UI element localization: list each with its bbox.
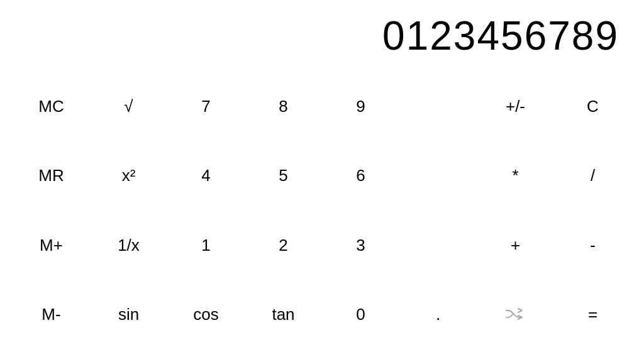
four-button[interactable]: 4	[167, 154, 245, 198]
divide-button[interactable]: /	[554, 154, 631, 198]
button-row-2: MR x² 4 5 6 * /	[13, 141, 631, 211]
tan-button[interactable]: tan	[245, 293, 322, 337]
button-row-1: MC √ 7 8 9 +/- C	[13, 72, 631, 141]
zero-button[interactable]: 0	[322, 293, 399, 337]
cos-button[interactable]: cos	[167, 293, 245, 337]
two-button[interactable]: 2	[245, 223, 322, 267]
button-row-3: M+ 1/x 1 2 3 + -	[13, 211, 631, 280]
mr-button[interactable]: MR	[13, 154, 90, 198]
seven-button[interactable]: 7	[167, 84, 245, 128]
display-value: 0123456789	[382, 13, 619, 59]
plus-minus-button[interactable]: +/-	[477, 84, 554, 128]
three-button[interactable]: 3	[322, 223, 399, 267]
one-button[interactable]: 1	[167, 223, 245, 267]
sqrt-button[interactable]: √	[90, 84, 167, 128]
display-area: 0123456789	[0, 0, 644, 65]
clear-button[interactable]: C	[554, 84, 631, 128]
button-row-4: M- sin cos tan 0 .	[13, 280, 631, 350]
subtract-button[interactable]: -	[554, 223, 631, 267]
add-button[interactable]: +	[477, 223, 554, 267]
mplus-button[interactable]: M+	[13, 223, 90, 267]
sin-button[interactable]: sin	[90, 293, 167, 337]
buttons-area: MC √ 7 8 9 +/- C MR x² 4 5 6 * / M+ 1/x …	[0, 65, 644, 362]
mminus-button[interactable]: M-	[13, 293, 90, 337]
calculator: 0123456789 MC √ 7 8 9 +/- C MR x² 4 5 6 …	[0, 0, 644, 362]
decimal-button[interactable]: .	[399, 293, 477, 337]
six-button[interactable]: 6	[322, 154, 399, 198]
shuffle-button[interactable]	[477, 293, 554, 337]
five-button[interactable]: 5	[245, 154, 322, 198]
shuffle-icon	[506, 308, 526, 322]
multiply-button[interactable]: *	[477, 154, 554, 198]
mc-button[interactable]: MC	[13, 84, 90, 128]
equals-button[interactable]: =	[554, 293, 631, 337]
nine-button[interactable]: 9	[322, 84, 399, 128]
eight-button[interactable]: 8	[245, 84, 322, 128]
reciprocal-button[interactable]: 1/x	[90, 223, 167, 267]
square-button[interactable]: x²	[90, 154, 167, 198]
